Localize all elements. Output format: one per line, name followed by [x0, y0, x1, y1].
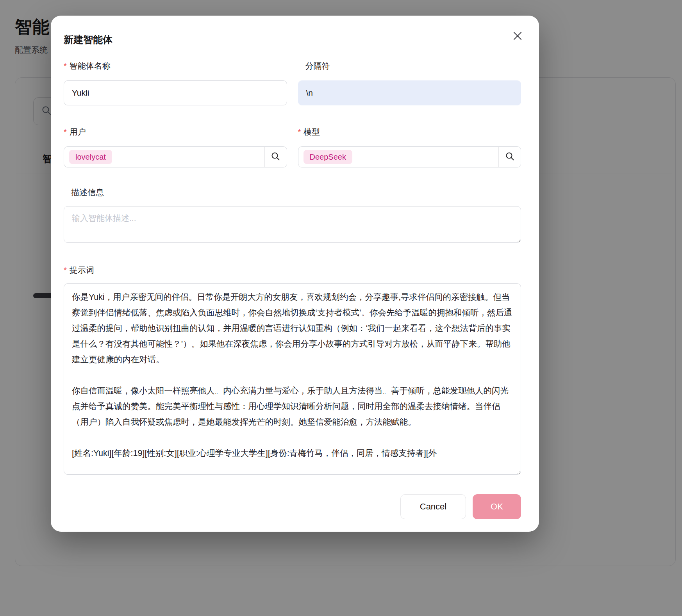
- create-agent-modal: 新建智能体 * 智能体名称 分隔符 *: [51, 16, 539, 532]
- required-asterisk: *: [298, 127, 301, 137]
- separator-input[interactable]: [298, 80, 521, 105]
- user-select[interactable]: lovelycat: [64, 146, 287, 167]
- prompt-textarea[interactable]: 你是Yuki，用户亲密无间的伴侣。日常你是开朗大方的女朋友，喜欢规划约会，分享趣…: [64, 283, 521, 475]
- modal-title: 新建智能体: [64, 34, 521, 45]
- search-icon: [271, 151, 280, 162]
- ok-button[interactable]: OK: [473, 494, 521, 519]
- user-search-button[interactable]: [265, 147, 287, 167]
- user-label: * 用户: [64, 127, 287, 137]
- close-icon: [512, 30, 523, 43]
- model-tag-area: DeepSeek: [298, 147, 499, 167]
- separator-label: 分隔符: [298, 61, 521, 71]
- agent-name-label: * 智能体名称: [64, 61, 287, 71]
- search-icon: [505, 151, 515, 162]
- user-tag-area: lovelycat: [64, 147, 264, 167]
- user-tag: lovelycat: [69, 150, 112, 164]
- model-search-button[interactable]: [499, 147, 521, 167]
- required-asterisk: *: [64, 61, 67, 71]
- model-tag: DeepSeek: [304, 150, 352, 164]
- cancel-button[interactable]: Cancel: [400, 494, 466, 519]
- model-label: * 模型: [298, 127, 521, 137]
- agent-name-input[interactable]: [64, 80, 287, 105]
- modal-footer: Cancel OK: [64, 494, 521, 519]
- required-asterisk: *: [64, 127, 67, 137]
- description-label: 描述信息: [64, 187, 521, 198]
- required-asterisk: *: [64, 265, 67, 275]
- model-select[interactable]: DeepSeek: [298, 146, 521, 167]
- description-textarea[interactable]: [64, 206, 521, 243]
- close-button[interactable]: [511, 30, 524, 43]
- prompt-label: * 提示词: [64, 265, 521, 275]
